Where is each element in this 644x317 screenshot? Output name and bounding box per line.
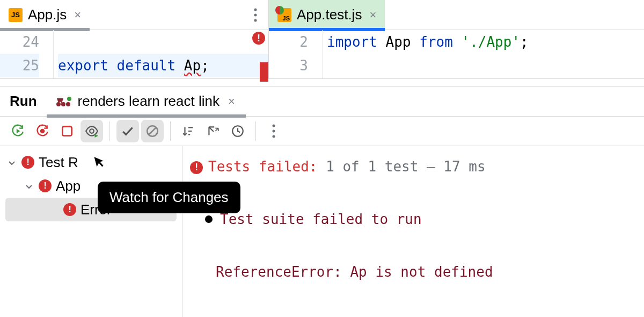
rerun-button[interactable] xyxy=(6,120,29,142)
tree-label: Test R xyxy=(39,154,78,171)
tooltip: Watch for Changes xyxy=(98,182,240,213)
chevron-down-icon xyxy=(25,178,34,194)
chevron-down-icon xyxy=(8,154,17,171)
test-output[interactable]: !Tests failed: 1 of 1 test – 17 ms Test … xyxy=(182,146,644,317)
line-number: 2 xyxy=(269,30,308,54)
error-icon: ! xyxy=(39,179,52,192)
run-panel-title: Run xyxy=(10,93,37,110)
code-line: export default Ap; xyxy=(58,54,268,77)
jest-icon xyxy=(55,96,71,107)
line-number: 3 xyxy=(269,54,308,77)
show-passed-button[interactable] xyxy=(116,120,139,142)
tab-label: App.test.js xyxy=(297,6,362,23)
test-tree[interactable]: ! Test R ! App ! Error xyxy=(0,146,182,317)
error-icon: ! xyxy=(63,203,76,216)
run-toolbar xyxy=(0,116,644,146)
svg-point-17 xyxy=(273,135,275,138)
editor-split: 24 25 export default Ap; ! 2 3 import Ap… xyxy=(0,30,644,78)
error-badge-icon[interactable]: ! xyxy=(252,32,265,45)
code-line: import App from './App'; xyxy=(327,30,644,54)
svg-point-15 xyxy=(273,125,275,127)
tree-label: App xyxy=(56,178,80,194)
code-area[interactable]: export default Ap; xyxy=(54,30,268,78)
svg-marker-11 xyxy=(94,134,98,138)
svg-point-0 xyxy=(254,8,257,11)
js-test-file-icon: JS xyxy=(277,8,291,22)
sort-button[interactable] xyxy=(177,120,200,142)
code-area[interactable]: import App from './App'; xyxy=(323,30,644,78)
gutter: 2 3 xyxy=(269,30,323,78)
error-stripe[interactable] xyxy=(260,62,268,82)
close-icon[interactable]: × xyxy=(367,8,378,22)
stop-button[interactable] xyxy=(56,120,78,142)
tab-app-js[interactable]: JS App.js × xyxy=(0,0,90,30)
editor-right[interactable]: 2 3 import App from './App'; xyxy=(268,30,644,78)
editor-tabs: JS App.js × JS App.test.js × xyxy=(0,0,644,30)
show-ignored-button[interactable] xyxy=(141,120,164,142)
js-file-icon: JS xyxy=(9,8,23,22)
run-config-label: renders learn react link xyxy=(78,93,219,110)
bullet-icon xyxy=(205,215,213,223)
run-panel-header: Run renders learn react link × xyxy=(0,86,644,116)
editor-left[interactable]: 24 25 export default Ap; ! xyxy=(0,30,268,78)
svg-point-10 xyxy=(90,129,94,133)
svg-marker-7 xyxy=(17,129,20,134)
tree-root[interactable]: ! Test R xyxy=(0,150,182,174)
rerun-failed-button[interactable] xyxy=(31,120,54,142)
more-icon[interactable] xyxy=(262,120,285,142)
close-icon[interactable]: × xyxy=(226,95,237,109)
line-number: 25 xyxy=(0,54,39,77)
svg-rect-9 xyxy=(62,126,71,135)
close-icon[interactable]: × xyxy=(72,8,83,22)
expand-all-button[interactable] xyxy=(202,120,224,142)
output-suite-fail: Test suite failed to run xyxy=(190,206,644,232)
error-icon: ! xyxy=(21,156,34,169)
watch-changes-button[interactable] xyxy=(80,120,103,142)
svg-point-1 xyxy=(254,13,257,16)
svg-point-5 xyxy=(66,102,70,106)
svg-point-16 xyxy=(273,130,275,133)
gutter: 24 25 xyxy=(0,30,54,78)
svg-line-13 xyxy=(149,128,156,135)
tab-app-test-js[interactable]: JS App.test.js × xyxy=(269,0,385,30)
line-number: 24 xyxy=(0,30,39,54)
run-config-tab[interactable]: renders learn react link × xyxy=(50,87,243,116)
error-icon: ! xyxy=(190,161,203,174)
more-icon[interactable] xyxy=(243,8,268,22)
history-button[interactable] xyxy=(226,120,249,142)
tab-label: App.js xyxy=(28,6,67,23)
output-summary: !Tests failed: 1 of 1 test – 17 ms xyxy=(190,154,644,179)
svg-point-2 xyxy=(254,19,257,21)
output-error-detail: ReferenceError: Ap is not defined xyxy=(190,259,644,285)
svg-point-6 xyxy=(67,97,71,101)
svg-point-3 xyxy=(56,102,61,106)
svg-point-4 xyxy=(61,102,65,106)
svg-point-8 xyxy=(40,129,45,134)
